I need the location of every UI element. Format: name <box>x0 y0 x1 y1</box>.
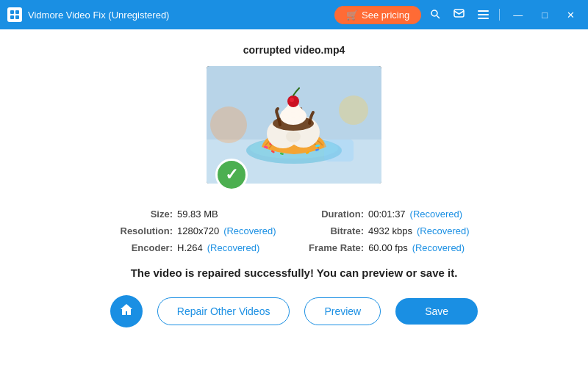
divider <box>499 9 500 21</box>
svg-point-24 <box>286 131 301 142</box>
title-bar: Vidmore Video Fix (Unregistered) 🛒 See p… <box>0 0 588 29</box>
svg-point-4 <box>431 10 437 16</box>
app-logo <box>7 7 22 22</box>
svg-rect-37 <box>324 140 354 162</box>
resolution-value: 1280x720 <box>177 225 219 236</box>
bitrate-recovered: (Recovered) <box>417 225 470 236</box>
svg-point-30 <box>290 98 294 102</box>
info-grid: Size: 59.83 MB Duration: 00:01:37 (Recov… <box>118 209 470 253</box>
svg-rect-8 <box>478 14 489 15</box>
minimize-button[interactable]: — <box>506 7 530 23</box>
success-check-badge: ✓ <box>215 159 248 191</box>
duration-value: 00:01:37 <box>368 209 406 220</box>
video-thumbnail-container: ✓ <box>207 66 381 184</box>
app-title: Vidmore Video Fix (Unregistered) <box>28 10 169 21</box>
search-button[interactable] <box>426 6 445 24</box>
preview-button[interactable]: Preview <box>304 297 381 325</box>
title-bar-right: 🛒 See pricing <box>334 6 582 24</box>
info-row-bitrate: Bitrate: 4932 kbps (Recovered) <box>309 225 470 236</box>
main-content: corrupted video.mp4 <box>0 29 588 384</box>
resolution-label: Resolution: <box>118 225 173 236</box>
repair-other-button[interactable]: Repair Other Videos <box>157 297 290 325</box>
svg-point-36 <box>339 95 368 125</box>
menu-icon <box>478 9 489 21</box>
video-title: corrupted video.mp4 <box>243 44 345 56</box>
resolution-recovered: (Recovered) <box>223 225 276 236</box>
encoder-value: H.264 <box>177 242 203 253</box>
minimize-icon: — <box>513 10 523 21</box>
info-row-encoder: Encoder: H.264 (Recovered) <box>118 242 279 253</box>
info-row-size: Size: 59.83 MB <box>118 209 279 220</box>
see-pricing-label: See pricing <box>362 10 409 21</box>
info-row-framerate: Frame Rate: 60.00 fps (Recovered) <box>309 242 470 253</box>
svg-line-5 <box>437 15 440 18</box>
search-icon <box>430 9 440 21</box>
svg-rect-3 <box>15 15 19 19</box>
menu-button[interactable] <box>473 6 493 24</box>
buttons-row: Repair Other Videos Preview Save <box>110 295 478 327</box>
bitrate-value: 4932 kbps <box>368 225 412 236</box>
see-pricing-button[interactable]: 🛒 See pricing <box>334 6 421 24</box>
svg-rect-1 <box>15 10 19 14</box>
home-button[interactable] <box>110 295 143 327</box>
home-icon <box>120 303 133 320</box>
duration-label: Duration: <box>309 209 364 220</box>
title-bar-left: Vidmore Video Fix (Unregistered) <box>7 7 169 22</box>
maximize-button[interactable]: □ <box>534 7 555 23</box>
encoder-label: Encoder: <box>118 242 173 253</box>
framerate-value: 60.00 fps <box>368 242 408 253</box>
success-message: The video is repaired successfully! You … <box>131 267 458 279</box>
info-row-resolution: Resolution: 1280x720 (Recovered) <box>118 225 279 236</box>
svg-rect-7 <box>478 10 489 12</box>
framerate-recovered: (Recovered) <box>412 242 465 253</box>
svg-rect-2 <box>10 15 14 19</box>
size-value: 59.83 MB <box>177 209 218 220</box>
checkmark-icon: ✓ <box>225 165 238 184</box>
svg-rect-6 <box>454 10 464 17</box>
encoder-recovered: (Recovered) <box>207 242 260 253</box>
duration-recovered: (Recovered) <box>410 209 463 220</box>
info-row-duration: Duration: 00:01:37 (Recovered) <box>309 209 470 220</box>
size-label: Size: <box>118 209 173 220</box>
bitrate-label: Bitrate: <box>309 225 364 236</box>
svg-point-35 <box>210 106 247 143</box>
svg-rect-9 <box>478 18 489 19</box>
framerate-label: Frame Rate: <box>309 242 364 253</box>
maximize-icon: □ <box>542 10 548 21</box>
close-button[interactable]: ✕ <box>559 7 582 23</box>
close-icon: ✕ <box>567 10 575 21</box>
save-button[interactable]: Save <box>395 298 478 325</box>
message-button[interactable] <box>449 6 469 24</box>
cart-icon: 🛒 <box>346 10 358 21</box>
message-icon <box>453 9 465 21</box>
svg-rect-0 <box>10 10 14 14</box>
